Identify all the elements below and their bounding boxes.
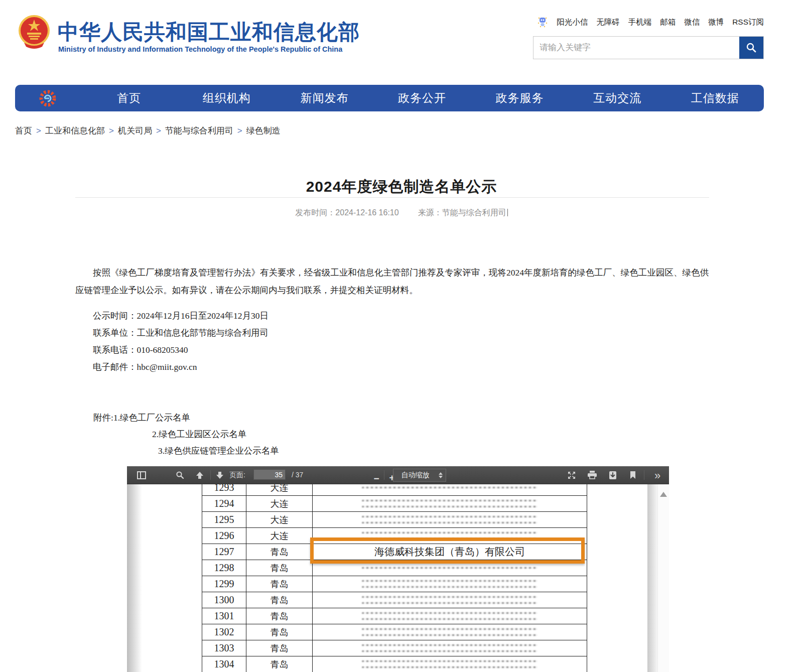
pdf-viewer: 1293大连1294大连1295大连1296大连1297青岛海德威科技集团（青岛…: [127, 466, 669, 672]
zoom-select-value: 自动缩放: [393, 471, 437, 480]
contact-info-line-0: 公示时间：2024年12月16日至2024年12月30日: [93, 307, 269, 324]
header-quick-links: 阳光小信无障碍手机端邮箱微信微博RSS订阅: [537, 16, 764, 28]
page-number-input[interactable]: [253, 469, 286, 480]
redacted-text: [362, 650, 537, 652]
row-city-cell: 青岛: [246, 624, 313, 640]
contact-info-line-2: 联系电话：010-68205340: [93, 341, 269, 358]
pdf-table: 1293大连1294大连1295大连1296大连1297青岛海德威科技集团（青岛…: [202, 480, 587, 672]
highlighted-table-row: 1297青岛海德威科技集团（青岛）有限公司: [202, 544, 587, 560]
nav-item-3[interactable]: 政务公开: [373, 90, 471, 106]
page-down-icon: [216, 471, 224, 479]
attachment-link-0[interactable]: 1.绿色工厂公示名单: [113, 413, 190, 423]
breadcrumb-item-4[interactable]: 绿色制造: [246, 126, 281, 136]
attachment-link-2[interactable]: 3.绿色供应链管理企业公示名单: [158, 446, 279, 456]
redacted-text: [362, 487, 537, 488]
sidebar-toggle-icon: [137, 471, 146, 479]
zoom-select[interactable]: 自动缩放: [393, 469, 446, 482]
quick-link-6[interactable]: RSS订阅: [732, 17, 764, 28]
redacted-text: [362, 500, 537, 501]
redacted-text: [362, 634, 537, 636]
table-row: 1302青岛: [202, 624, 587, 640]
contact-info-line-3: 电子邮件：hbc@miit.gov.cn: [93, 358, 269, 375]
quick-link-1[interactable]: 无障碍: [596, 17, 620, 28]
row-city-cell: 青岛: [246, 592, 313, 608]
search-button[interactable]: [739, 37, 763, 59]
attachments-label: 附件:: [93, 413, 113, 423]
row-number-cell: 1301: [202, 608, 246, 624]
contact-info: 公示时间：2024年12月16日至2024年12月30日联系单位：工业和信息化部…: [93, 307, 269, 375]
nav-item-2[interactable]: 新闻发布: [276, 90, 373, 106]
zoom-out-button[interactable]: −: [371, 470, 382, 487]
pdf-scrollbar[interactable]: [657, 484, 669, 672]
row-company-cell: [313, 576, 587, 592]
nav-item-0[interactable]: 首页: [80, 90, 178, 106]
breadcrumb-item-2[interactable]: 机关司局: [118, 126, 152, 136]
quick-link-4[interactable]: 微信: [684, 17, 700, 28]
row-number-cell: 1302: [202, 624, 246, 640]
row-company-cell: [313, 624, 587, 640]
table-row: 1303青岛: [202, 640, 587, 656]
row-company-cell: [313, 640, 587, 656]
row-company-cell: [313, 560, 587, 576]
quick-link-3[interactable]: 邮箱: [660, 17, 676, 28]
redacted-text: [362, 538, 537, 540]
page-up-button[interactable]: [193, 466, 206, 484]
row-city-cell: 青岛: [246, 544, 313, 560]
print-button[interactable]: [585, 466, 600, 484]
nav-item-5[interactable]: 互动交流: [569, 90, 666, 106]
bookmark-button[interactable]: [626, 466, 640, 484]
quick-link-2[interactable]: 手机端: [628, 17, 652, 28]
article-meta: 发布时间：2024-12-16 16:10来源：节能与综合利用司: [0, 208, 803, 218]
download-button[interactable]: [605, 466, 620, 484]
table-row: 1301青岛: [202, 608, 587, 624]
article-paragraph: 按照《绿色工厂梯度培育及管理暂行办法》有关要求，经省级工业和信息化主管部门推荐及…: [75, 264, 709, 299]
nav-item-4[interactable]: 政务服务: [471, 90, 569, 106]
row-company-cell: [313, 496, 587, 511]
quick-link-0[interactable]: 阳光小信: [557, 17, 588, 28]
fullscreen-icon: [567, 471, 576, 480]
row-city-cell: 大连: [246, 496, 313, 511]
more-tools-button[interactable]: »: [650, 467, 665, 484]
row-company-cell: [313, 608, 587, 624]
redacted-text: [362, 618, 537, 620]
row-city-cell: 大连: [246, 512, 313, 527]
row-city-cell: 大连: [246, 528, 313, 544]
row-city-cell: 青岛: [246, 576, 313, 592]
redacted-text: [362, 522, 537, 523]
nav-item-1[interactable]: 组织机构: [178, 90, 276, 106]
sidebar-toggle-button[interactable]: [135, 466, 148, 484]
search-input[interactable]: [533, 37, 739, 59]
row-company-cell: [313, 528, 587, 544]
quick-link-5[interactable]: 微博: [708, 17, 724, 28]
download-icon: [609, 471, 617, 480]
redacted-text: [362, 644, 537, 646]
presentation-mode-button[interactable]: [565, 466, 579, 484]
page-down-button[interactable]: [213, 466, 226, 484]
toolbar-separator: [384, 470, 384, 480]
redacted-text: [362, 612, 537, 614]
attachment-link-1[interactable]: 2.绿色工业园区公示名单: [152, 429, 246, 439]
scroll-up-arrow[interactable]: [660, 492, 667, 497]
page-title: 2024年度绿色制造名单公示: [0, 177, 803, 197]
pdf-find-button[interactable]: [173, 466, 186, 484]
nav-item-6[interactable]: 工信数据: [666, 90, 764, 106]
redacted-text: [362, 580, 537, 582]
xiaoxin-robot-icon: [537, 16, 548, 28]
redacted-text: [362, 628, 537, 630]
breadcrumb-item-3[interactable]: 节能与综合利用司: [165, 126, 233, 136]
bookmark-icon: [629, 471, 636, 479]
attachment-line-0: 附件:1.绿色工厂公示名单: [93, 410, 279, 426]
row-city-cell: 青岛: [246, 640, 313, 656]
redacted-text: [362, 516, 537, 517]
page-total: / 37: [292, 471, 303, 479]
breadcrumb-item-0[interactable]: 首页: [15, 126, 32, 136]
page-left-shadow: [127, 466, 142, 672]
main-nav: 首页组织机构新闻发布政务公开政务服务互动交流工信数据: [15, 85, 764, 111]
source-value: 节能与综合利用司: [442, 208, 506, 217]
breadcrumb-item-1[interactable]: 工业和信息化部: [45, 126, 105, 136]
pdf-content: 1293大连1294大连1295大连1296大连1297青岛海德威科技集团（青岛…: [127, 466, 669, 672]
redacted-text: [362, 660, 537, 662]
toolbar-separator: [210, 470, 211, 480]
toolbar-separator: [644, 470, 644, 480]
table-row: 1299青岛: [202, 576, 587, 592]
